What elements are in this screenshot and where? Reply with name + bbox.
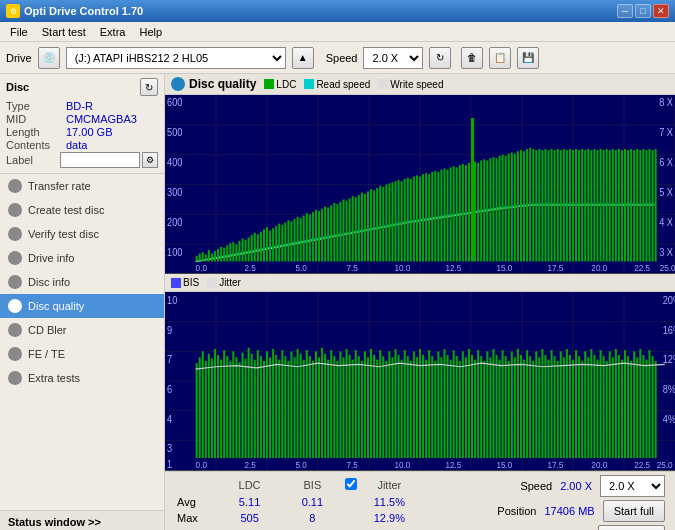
svg-rect-329 [502, 350, 504, 458]
copy-button[interactable]: 📋 [489, 47, 511, 69]
minimize-button[interactable]: ─ [617, 4, 633, 18]
svg-rect-249 [257, 350, 259, 458]
avg-label: Avg [173, 495, 213, 509]
svg-rect-236 [217, 355, 219, 458]
start-full-button[interactable]: Start full [603, 500, 665, 522]
close-button[interactable]: ✕ [653, 4, 669, 18]
ldc-col-header: LDC [215, 477, 284, 493]
svg-rect-132 [477, 163, 479, 262]
samples-row: Samples 72498 Start part [508, 525, 665, 530]
svg-rect-315 [459, 361, 461, 458]
svg-rect-116 [425, 173, 427, 261]
svg-text:5.0: 5.0 [296, 459, 307, 470]
disc-length-label: Length [6, 126, 66, 138]
svg-rect-342 [541, 349, 543, 458]
svg-rect-60 [257, 234, 259, 262]
svg-text:2.5: 2.5 [245, 262, 256, 273]
legend-bis-color [171, 278, 181, 288]
svg-rect-237 [220, 360, 222, 458]
svg-rect-55 [242, 239, 244, 262]
svg-rect-181 [627, 150, 629, 261]
nav-disc-info[interactable]: Disc info [0, 270, 164, 294]
erase-button[interactable]: 🗑 [461, 47, 483, 69]
speed-select-stats[interactable]: 2.0 X [600, 475, 665, 497]
nav-icon-create-test-disc [8, 203, 22, 217]
svg-rect-160 [563, 149, 565, 262]
left-panel: Disc ↻ Type BD-R MID CMCMAGBA3 Length 17… [0, 74, 165, 530]
svg-rect-355 [581, 361, 583, 458]
menu-file[interactable]: File [4, 24, 34, 40]
status-window-button[interactable]: Status window >> [0, 511, 164, 530]
svg-text:200: 200 [167, 216, 183, 228]
svg-rect-174 [606, 149, 608, 262]
svg-rect-334 [517, 349, 519, 458]
svg-text:20.0: 20.0 [591, 459, 607, 470]
jitter-checkbox-cell[interactable] [341, 477, 361, 493]
svg-text:15.0: 15.0 [497, 262, 513, 273]
svg-rect-110 [407, 178, 409, 262]
svg-rect-186 [642, 149, 644, 262]
svg-rect-339 [532, 361, 534, 458]
svg-rect-179 [621, 150, 623, 261]
title-bar-left: ⊙ Opti Drive Control 1.70 [6, 4, 143, 18]
svg-rect-341 [538, 357, 540, 458]
nav-transfer-rate[interactable]: Transfer rate [0, 174, 164, 198]
svg-rect-75 [303, 216, 305, 262]
svg-rect-259 [287, 361, 289, 458]
svg-rect-88 [342, 200, 344, 262]
start-part-button[interactable]: Start part [598, 525, 665, 530]
legend-write-speed-color [378, 79, 388, 89]
disc-label-input[interactable] [60, 152, 140, 168]
nav-cd-bler[interactable]: CD Bler [0, 318, 164, 342]
svg-rect-130 [468, 163, 470, 262]
refresh-button[interactable]: ↻ [429, 47, 451, 69]
nav-extra-tests[interactable]: Extra tests [0, 366, 164, 390]
speed-select-toolbar[interactable]: 2.0 X [363, 47, 423, 69]
drive-select[interactable]: (J:) ATAPI iHBS212 2 HL05 [66, 47, 286, 69]
max-ldc: 505 [215, 511, 284, 525]
svg-rect-173 [603, 150, 605, 261]
maximize-button[interactable]: □ [635, 4, 651, 18]
nav-fe-te[interactable]: FE / TE [0, 342, 164, 366]
svg-rect-292 [388, 351, 390, 458]
nav-drive-info[interactable]: Drive info [0, 246, 164, 270]
svg-rect-114 [419, 177, 421, 262]
svg-rect-134 [483, 159, 485, 261]
status-section: Status window >> Test completed [0, 510, 164, 530]
nav-verify-test-disc[interactable]: Verify test disc [0, 222, 164, 246]
svg-rect-70 [287, 220, 289, 261]
svg-rect-242 [235, 357, 237, 458]
svg-rect-164 [575, 149, 577, 262]
svg-rect-279 [349, 355, 351, 458]
svg-rect-376 [645, 360, 647, 458]
disc-label-button[interactable]: ⚙ [142, 152, 158, 168]
svg-text:22.5: 22.5 [634, 262, 650, 273]
svg-rect-167 [584, 150, 586, 261]
svg-rect-53 [235, 244, 237, 261]
drive-icon-btn[interactable]: 💿 [38, 47, 60, 69]
svg-text:10.0: 10.0 [395, 262, 411, 273]
disc-refresh-button[interactable]: ↻ [140, 78, 158, 96]
svg-rect-265 [306, 350, 308, 458]
svg-rect-340 [535, 351, 537, 458]
svg-rect-317 [465, 357, 467, 458]
svg-rect-79 [315, 210, 317, 262]
svg-rect-348 [560, 351, 562, 458]
svg-rect-158 [557, 149, 559, 262]
svg-rect-234 [211, 358, 213, 458]
svg-rect-141 [505, 156, 507, 262]
eject-button[interactable]: ▲ [292, 47, 314, 69]
menu-help[interactable]: Help [133, 24, 168, 40]
save-button[interactable]: 💾 [517, 47, 539, 69]
nav-create-test-disc[interactable]: Create test disc [0, 198, 164, 222]
svg-rect-56 [245, 240, 247, 262]
svg-rect-169 [590, 150, 592, 261]
menu-start-test[interactable]: Start test [36, 24, 92, 40]
menu-extra[interactable]: Extra [94, 24, 132, 40]
nav-disc-quality[interactable]: Disc quality [0, 294, 164, 318]
svg-rect-189 [652, 150, 654, 261]
svg-rect-170 [593, 149, 595, 262]
svg-rect-166 [581, 149, 583, 262]
svg-rect-260 [290, 351, 292, 458]
svg-rect-159 [560, 150, 562, 261]
